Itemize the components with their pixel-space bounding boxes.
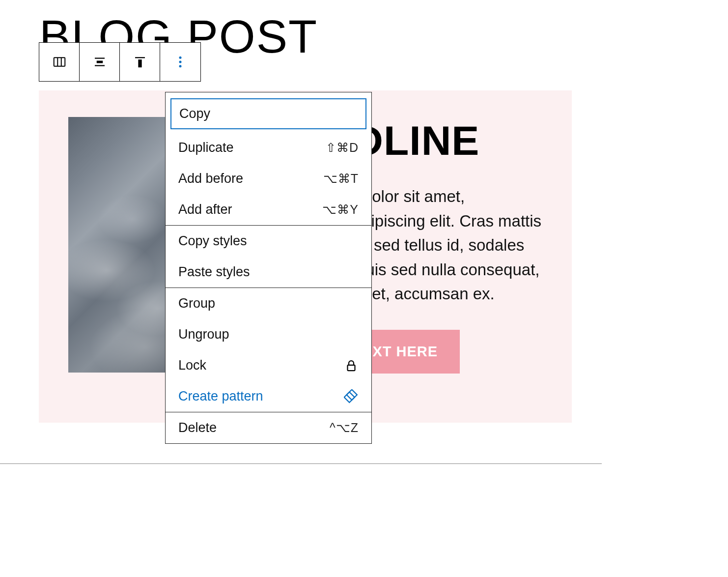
align-button[interactable] <box>80 43 120 81</box>
menu-label: Duplicate <box>178 140 234 155</box>
block-toolbar <box>39 42 201 82</box>
svg-rect-7 <box>139 60 141 67</box>
menu-lock[interactable]: Lock <box>166 350 371 381</box>
menu-label: Add after <box>178 202 232 217</box>
columns-icon <box>52 55 67 69</box>
menu-label: Copy <box>179 106 210 121</box>
vertical-align-top-icon <box>133 55 147 69</box>
menu-label: Create pattern <box>178 389 263 404</box>
divider <box>0 463 602 464</box>
svg-rect-11 <box>348 365 355 370</box>
options-dropdown: Copy Duplicate ⇧⌘D Add before ⌥⌘T Add af… <box>165 92 372 444</box>
shortcut: ⌥⌘T <box>323 172 359 186</box>
svg-rect-0 <box>54 58 65 66</box>
more-vertical-icon <box>173 55 188 69</box>
menu-ungroup[interactable]: Ungroup <box>166 319 371 350</box>
menu-paste-styles[interactable]: Paste styles <box>166 257 371 288</box>
menu-label: Group <box>178 296 215 311</box>
shortcut: ⇧⌘D <box>326 141 359 155</box>
align-icon <box>92 55 107 69</box>
menu-label: Ungroup <box>178 327 229 342</box>
svg-point-10 <box>179 65 182 67</box>
menu-delete[interactable]: Delete ^⌥Z <box>166 412 371 443</box>
menu-copy-styles[interactable]: Copy styles <box>166 226 371 257</box>
pattern-icon <box>344 389 359 404</box>
menu-label: Paste styles <box>178 264 250 280</box>
menu-label: Copy styles <box>178 233 247 249</box>
menu-copy[interactable]: Copy <box>170 98 366 129</box>
shortcut: ^⌥Z <box>330 421 359 435</box>
menu-add-after[interactable]: Add after ⌥⌘Y <box>166 194 371 225</box>
lock-icon <box>344 358 359 373</box>
menu-create-pattern[interactable]: Create pattern <box>166 381 371 412</box>
menu-label: Delete <box>178 420 217 435</box>
svg-point-9 <box>179 61 182 63</box>
menu-group[interactable]: Group <box>166 288 371 319</box>
more-options-button[interactable] <box>160 43 200 81</box>
columns-button[interactable] <box>39 43 80 81</box>
svg-point-8 <box>179 57 182 59</box>
menu-label: Add before <box>178 171 243 186</box>
vertical-align-button[interactable] <box>120 43 160 81</box>
menu-duplicate[interactable]: Duplicate ⇧⌘D <box>166 132 371 163</box>
menu-label: Lock <box>178 358 206 373</box>
menu-add-before[interactable]: Add before ⌥⌘T <box>166 163 371 194</box>
shortcut: ⌥⌘Y <box>322 202 359 217</box>
